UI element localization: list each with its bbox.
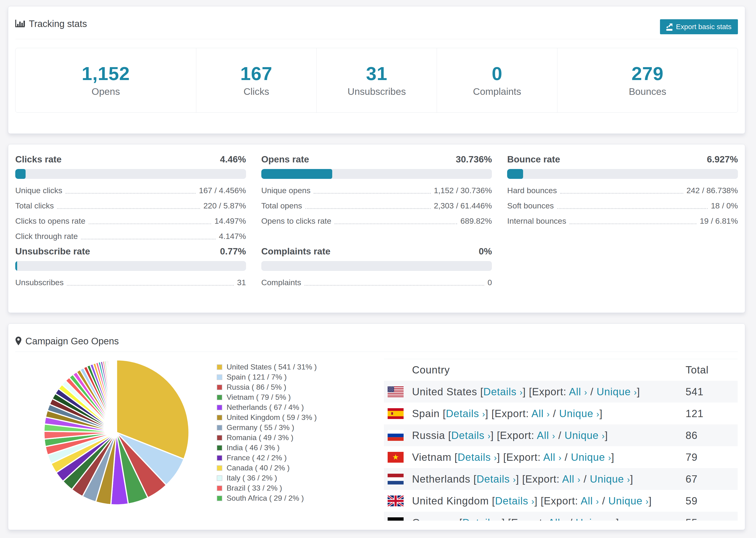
country-name: Netherlands: [412, 473, 473, 485]
rate-percent: 0%: [479, 246, 492, 256]
details-link[interactable]: Details ›: [446, 408, 485, 419]
details-link[interactable]: Details ›: [458, 452, 497, 463]
legend-swatch: [217, 374, 222, 380]
rate-row: Clicks to opens rate 14.497%: [15, 213, 246, 229]
details-link[interactable]: Details ›: [483, 386, 523, 398]
chevron-right-icon: ›: [596, 409, 599, 419]
rate-percent: 4.46%: [220, 154, 246, 165]
legend-item: Vietnam ( 79 / 5% ): [217, 392, 317, 402]
progress-track: [15, 169, 246, 179]
export-unique-link[interactable]: Unique ›: [597, 386, 637, 398]
export-all-link[interactable]: All ›: [548, 517, 566, 521]
legend-item: France ( 42 / 2% ): [217, 453, 317, 463]
chevron-right-icon: ›: [552, 431, 555, 441]
geo-opens-pie-chart[interactable]: [43, 359, 189, 506]
dotted-leader: [304, 285, 484, 286]
export-all-link[interactable]: All ›: [581, 495, 599, 507]
export-unique-link[interactable]: Unique ›: [590, 473, 630, 485]
total-cell: 55: [685, 517, 738, 521]
legend-label: Spain ( 121 / 7% ): [227, 373, 287, 381]
legend-swatch: [217, 405, 222, 410]
country-cell: Netherlands [Details ›] [Export: All › /…: [412, 473, 685, 485]
details-link[interactable]: Details ›: [495, 495, 535, 507]
country-row: United Kingdom [Details ›] [Export: All …: [384, 490, 738, 512]
rate-row: Complaints 0: [261, 275, 492, 290]
chevron-right-icon: ›: [602, 431, 605, 441]
rate-row: Internal bounces 19 / 6.81%: [507, 213, 738, 229]
country-cell: Vietnam [Details ›] [Export: All › / Uni…: [412, 452, 685, 463]
geo-title: Campaign Geo Opens: [15, 335, 119, 347]
legend-label: India ( 46 / 3% ): [227, 443, 280, 452]
chevron-right-icon: ›: [547, 409, 550, 419]
export-all-link[interactable]: All ›: [543, 452, 562, 463]
details-link[interactable]: Details ›: [477, 473, 516, 485]
export-unique-link[interactable]: Unique ›: [571, 452, 611, 463]
export-unique-link[interactable]: Unique ›: [576, 517, 616, 521]
export-unique-link[interactable]: Unique ›: [565, 430, 605, 441]
campaign-overview-page: Tracking stats Export basic stats 1,15: [0, 0, 756, 538]
rate-row-label: Click through rate: [15, 232, 78, 241]
legend-swatch: [217, 496, 222, 501]
legend-item: India ( 46 / 3% ): [217, 443, 317, 453]
geo-country-table: Country Total United States [Details ›] …: [384, 359, 738, 521]
rate-row-value: 242 / 86.738%: [686, 186, 738, 195]
es-flag-icon: [384, 408, 412, 419]
legend-item: Canada ( 40 / 2% ): [217, 463, 317, 473]
stats-summary-row: 1,152 Opens 167 Clicks 31 Unsubscribes 0…: [15, 48, 738, 113]
details-link[interactable]: Details ›: [451, 430, 491, 441]
legend-label: Vietnam ( 79 / 5% ): [227, 393, 291, 402]
geo-header: Campaign Geo Opens: [15, 335, 738, 347]
de-flag-icon: [384, 517, 412, 521]
export-all-link[interactable]: All ›: [562, 473, 580, 485]
stat-box: 31 Unsubscribes: [316, 48, 437, 112]
rate-block: Opens rate 30.736% Unique opens 1,152 / …: [261, 154, 492, 244]
dotted-leader: [67, 285, 234, 286]
us-flag-icon: [384, 386, 412, 397]
chevron-right-icon: ›: [488, 431, 491, 441]
rate-row-value: 0: [487, 278, 492, 287]
legend-item: Russia ( 86 / 5% ): [217, 382, 317, 392]
legend-label: Canada ( 40 / 2% ): [227, 463, 290, 472]
geo-body: United States ( 541 / 31% ) Spain ( 121 …: [15, 359, 738, 522]
export-unique-link[interactable]: Unique ›: [608, 495, 649, 507]
rate-rows: Unsubscribes 31: [15, 275, 246, 290]
rates-grid: Clicks rate 4.46% Unique clicks 167 / 4.…: [15, 154, 738, 290]
legend-label: United States ( 541 / 31% ): [227, 363, 317, 371]
export-all-link[interactable]: All ›: [537, 430, 555, 441]
rate-header: Bounce rate 6.927%: [507, 154, 738, 165]
stat-value: 0: [492, 64, 503, 83]
country-cell: United States [Details ›] [Export: All ›…: [412, 386, 685, 398]
details-link[interactable]: Details ›: [462, 517, 502, 521]
chevron-right-icon: ›: [613, 518, 616, 521]
progress-track: [15, 261, 246, 271]
vn-flag-icon: [384, 452, 412, 463]
tracking-stats-title-text: Tracking stats: [29, 18, 87, 29]
rate-row-label: Unique opens: [261, 186, 311, 195]
country-cell: Germany [Details ›] [Export: All › / Uni…: [412, 517, 685, 521]
legend-swatch: [217, 485, 222, 491]
rate-row-label: Opens to clicks rate: [261, 216, 332, 226]
progress-fill: [15, 261, 17, 271]
stat-value: 31: [366, 64, 387, 83]
legend-swatch: [217, 465, 222, 471]
rate-row-value: 689.82%: [460, 216, 492, 226]
legend-swatch: [217, 455, 222, 461]
table-header-country: Country: [412, 364, 685, 376]
stat-label: Unsubscribes: [348, 87, 406, 96]
export-unique-link[interactable]: Unique ›: [559, 408, 599, 419]
chevron-right-icon: ›: [499, 518, 502, 521]
table-header-row: Country Total: [384, 359, 738, 381]
country-row: United States [Details ›] [Export: All ›…: [384, 381, 738, 403]
rate-row-label: Internal bounces: [507, 216, 566, 226]
legend-swatch: [217, 395, 222, 400]
progress-fill: [261, 169, 332, 179]
dotted-leader: [569, 224, 697, 224]
country-row: Vietnam [Details ›] [Export: All › / Uni…: [384, 446, 738, 468]
export-basic-stats-button[interactable]: Export basic stats: [660, 19, 738, 34]
export-all-link[interactable]: All ›: [531, 408, 550, 419]
total-cell: 67: [685, 473, 738, 485]
rate-title: Complaints rate: [261, 246, 331, 256]
export-all-link[interactable]: All ›: [569, 386, 587, 398]
rate-block: Clicks rate 4.46% Unique clicks 167 / 4.…: [15, 154, 246, 244]
country-name: Spain: [412, 408, 443, 419]
